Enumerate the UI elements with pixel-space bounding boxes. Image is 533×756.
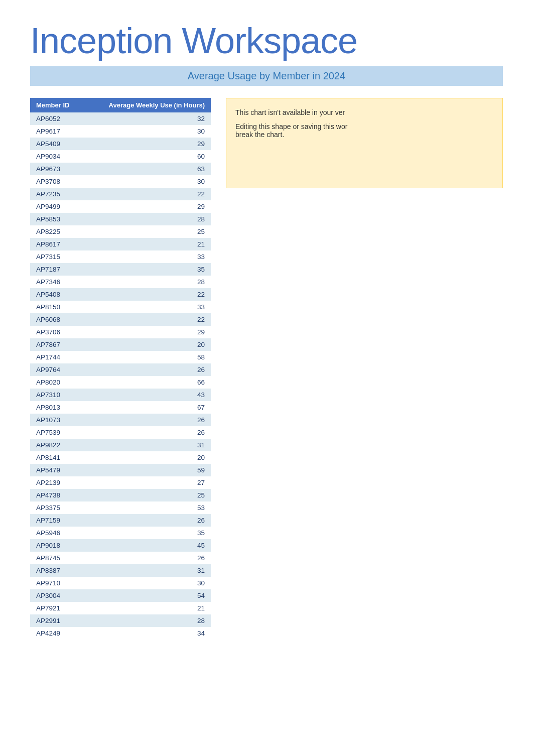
cell-member-id: AP5946 bbox=[30, 527, 83, 539]
table-row: AP715926 bbox=[30, 514, 211, 527]
table-row: AP753926 bbox=[30, 426, 211, 439]
table-row: AP838731 bbox=[30, 564, 211, 577]
cell-hours: 29 bbox=[83, 138, 211, 150]
cell-hours: 30 bbox=[83, 125, 211, 138]
cell-hours: 30 bbox=[83, 577, 211, 589]
table-row: AP949929 bbox=[30, 200, 211, 213]
table-row: AP723522 bbox=[30, 188, 211, 200]
table-row: AP815033 bbox=[30, 301, 211, 313]
table-row: AP547959 bbox=[30, 464, 211, 476]
cell-hours: 26 bbox=[83, 426, 211, 439]
table-row: AP337553 bbox=[30, 501, 211, 514]
cell-member-id: AP9673 bbox=[30, 163, 83, 175]
cell-hours: 22 bbox=[83, 188, 211, 200]
cell-member-id: AP5479 bbox=[30, 464, 83, 476]
table-row: AP903460 bbox=[30, 150, 211, 163]
col-header-hours: Average Weekly Use (in Hours) bbox=[83, 98, 211, 112]
cell-member-id: AP9034 bbox=[30, 150, 83, 163]
table-row: AP982231 bbox=[30, 439, 211, 451]
cell-hours: 25 bbox=[83, 489, 211, 501]
table-row: AP901845 bbox=[30, 539, 211, 552]
page-title: Inception Workspace bbox=[30, 20, 503, 61]
cell-member-id: AP7921 bbox=[30, 602, 83, 614]
cell-hours: 60 bbox=[83, 150, 211, 163]
subtitle-bar: Average Usage by Member in 2024 bbox=[30, 66, 503, 86]
cell-member-id: AP7235 bbox=[30, 188, 83, 200]
cell-hours: 53 bbox=[83, 501, 211, 514]
table-row: AP976426 bbox=[30, 363, 211, 376]
cell-member-id: AP4738 bbox=[30, 489, 83, 501]
chart-placeholder: This chart isn't available in your ver E… bbox=[226, 98, 503, 188]
cell-hours: 26 bbox=[83, 363, 211, 376]
cell-member-id: AP1744 bbox=[30, 351, 83, 363]
cell-hours: 29 bbox=[83, 200, 211, 213]
cell-hours: 34 bbox=[83, 627, 211, 640]
table-row: AP971030 bbox=[30, 577, 211, 589]
cell-member-id: AP8150 bbox=[30, 301, 83, 313]
cell-member-id: AP9499 bbox=[30, 200, 83, 213]
cell-member-id: AP5408 bbox=[30, 288, 83, 301]
chart-box: This chart isn't available in your ver E… bbox=[226, 98, 503, 188]
table-row: AP540822 bbox=[30, 288, 211, 301]
cell-member-id: AP7187 bbox=[30, 263, 83, 276]
table-area: Member ID Average Weekly Use (in Hours) … bbox=[30, 98, 211, 640]
cell-hours: 22 bbox=[83, 288, 211, 301]
cell-member-id: AP4249 bbox=[30, 627, 83, 640]
cell-hours: 31 bbox=[83, 439, 211, 451]
cell-hours: 67 bbox=[83, 401, 211, 414]
cell-member-id: AP8617 bbox=[30, 238, 83, 250]
cell-hours: 59 bbox=[83, 464, 211, 476]
table-row: AP585328 bbox=[30, 213, 211, 225]
table-row: AP961730 bbox=[30, 125, 211, 138]
cell-hours: 35 bbox=[83, 263, 211, 276]
table-row: AP606822 bbox=[30, 313, 211, 326]
cell-hours: 26 bbox=[83, 514, 211, 527]
cell-hours: 28 bbox=[83, 614, 211, 627]
cell-hours: 26 bbox=[83, 552, 211, 564]
cell-hours: 45 bbox=[83, 539, 211, 552]
cell-hours: 28 bbox=[83, 276, 211, 288]
cell-hours: 20 bbox=[83, 338, 211, 351]
table-row: AP540929 bbox=[30, 138, 211, 150]
cell-member-id: AP3375 bbox=[30, 501, 83, 514]
chart-notice-line1: This chart isn't available in your ver bbox=[235, 108, 493, 116]
cell-hours: 33 bbox=[83, 250, 211, 263]
cell-member-id: AP3708 bbox=[30, 175, 83, 188]
table-row: AP424934 bbox=[30, 627, 211, 640]
cell-hours: 35 bbox=[83, 527, 211, 539]
cell-member-id: AP7315 bbox=[30, 250, 83, 263]
cell-hours: 20 bbox=[83, 451, 211, 464]
cell-member-id: AP7539 bbox=[30, 426, 83, 439]
cell-member-id: AP8013 bbox=[30, 401, 83, 414]
cell-member-id: AP5853 bbox=[30, 213, 83, 225]
cell-hours: 58 bbox=[83, 351, 211, 363]
table-row: AP786720 bbox=[30, 338, 211, 351]
chart-notice-line2: Editing this shape or saving this wor bbox=[235, 122, 493, 131]
cell-member-id: AP1073 bbox=[30, 414, 83, 426]
cell-member-id: AP8387 bbox=[30, 564, 83, 577]
table-header-row: Member ID Average Weekly Use (in Hours) bbox=[30, 98, 211, 112]
cell-member-id: AP3706 bbox=[30, 326, 83, 338]
table-row: AP174458 bbox=[30, 351, 211, 363]
cell-hours: 22 bbox=[83, 313, 211, 326]
col-header-member-id: Member ID bbox=[30, 98, 83, 112]
table-row: AP299128 bbox=[30, 614, 211, 627]
cell-hours: 26 bbox=[83, 414, 211, 426]
cell-hours: 30 bbox=[83, 175, 211, 188]
cell-hours: 32 bbox=[83, 112, 211, 125]
cell-member-id: AP2991 bbox=[30, 614, 83, 627]
cell-hours: 31 bbox=[83, 564, 211, 577]
cell-member-id: AP7346 bbox=[30, 276, 83, 288]
table-row: AP718735 bbox=[30, 263, 211, 276]
table-row: AP861721 bbox=[30, 238, 211, 250]
table-row: AP874526 bbox=[30, 552, 211, 564]
cell-member-id: AP9822 bbox=[30, 439, 83, 451]
subtitle-text: Average Usage by Member in 2024 bbox=[188, 70, 345, 81]
table-row: AP370830 bbox=[30, 175, 211, 188]
cell-member-id: AP2139 bbox=[30, 476, 83, 489]
table-row: AP300454 bbox=[30, 589, 211, 602]
cell-member-id: AP8745 bbox=[30, 552, 83, 564]
table-row: AP802066 bbox=[30, 376, 211, 389]
cell-member-id: AP7867 bbox=[30, 338, 83, 351]
cell-hours: 63 bbox=[83, 163, 211, 175]
